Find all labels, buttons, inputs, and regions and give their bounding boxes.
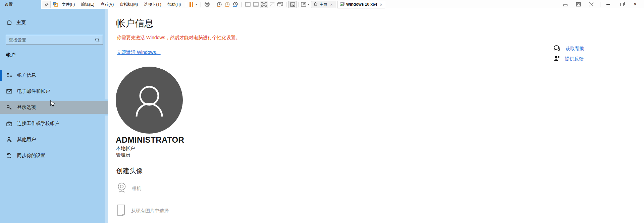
settings-sidebar: 主页 帐户 帐户信息 电子邮件和帐户 登录选项 — [0, 9, 108, 223]
search-settings-box — [6, 35, 103, 45]
chevron-down-icon[interactable] — [195, 4, 197, 5]
pause-icon — [190, 2, 191, 7]
toolbar-separator — [600, 2, 600, 7]
account-info-icon — [6, 73, 12, 78]
menu-view[interactable]: 查看(V) — [97, 0, 117, 9]
toolbar-separator — [241, 2, 242, 7]
snapshot-manager-icon[interactable] — [231, 1, 239, 8]
account-type: 本地帐户 — [116, 146, 135, 152]
sidebar-item-label: 帐户信息 — [17, 72, 36, 78]
signin-key-icon — [6, 105, 12, 110]
sidebar-item-account-info[interactable]: 帐户信息 — [0, 67, 108, 83]
pick-photo-option[interactable]: 从现有图片中选择 — [117, 204, 169, 217]
work-school-icon — [6, 121, 12, 126]
unity-mode-icon — [268, 1, 276, 8]
sidebar-item-sync-settings[interactable]: 同步你的设置 — [0, 148, 108, 164]
minimize-button[interactable] — [606, 4, 610, 5]
settings-window-caption: 设置 — [0, 0, 41, 9]
vmware-toolbar: 文件(F) 编辑(E) 查看(V) 虚拟机(M) 选项卡(T) 帮助(H) — [41, 0, 644, 9]
sidebar-home[interactable]: 主页 — [7, 20, 26, 26]
pin-toolbar-icon[interactable] — [43, 1, 51, 8]
menu-help[interactable]: 帮助(H) — [164, 0, 184, 9]
create-avatar-heading: 创建头像 — [116, 166, 143, 175]
fullscreen-icon[interactable] — [260, 1, 268, 8]
page-title: 帐户信息 — [116, 17, 154, 30]
vm-screen-icon — [340, 2, 344, 7]
account-role: 管理员 — [116, 152, 130, 158]
sidebar-item-other-users[interactable]: 其他用户 — [0, 132, 108, 148]
library-panel-icon[interactable] — [244, 1, 252, 8]
pause-vm-button[interactable] — [188, 2, 199, 7]
sidebar-item-work-school[interactable]: 连接工作或学校帐户 — [0, 116, 108, 132]
restore-button[interactable] — [620, 3, 624, 6]
mouse-cursor — [50, 100, 55, 108]
sidebar-item-label: 登录选项 — [17, 104, 36, 110]
minimize-button[interactable] — [562, 1, 570, 8]
close-button[interactable]: × — [634, 2, 637, 7]
help-panel: 获取帮助 提供反馈 — [554, 45, 584, 62]
camera-option[interactable]: 相机 — [117, 182, 141, 194]
guest-window-buttons: × — [606, 2, 637, 7]
get-help-label: 获取帮助 — [566, 46, 584, 52]
user-name: ADMINISTRATOR — [116, 135, 184, 145]
get-help-link[interactable]: 获取帮助 — [554, 45, 584, 52]
tab-windows-10-x64[interactable]: Windows 10 x64 × — [337, 1, 385, 8]
sidebar-item-label: 同步你的设置 — [17, 153, 45, 159]
account-info-page: 帐户信息 你需要先激活 Windows，然后才能对电脑进行个性化设置。 立即激活… — [108, 9, 644, 223]
console-icon[interactable] — [288, 1, 297, 8]
sidebar-nav: 帐户信息 电子邮件和帐户 登录选项 连接工作或学校帐户 其他用户 — [0, 67, 108, 164]
toolbar-separator — [201, 2, 201, 7]
activation-warning: 你需要先激活 Windows，然后才能对电脑进行个性化设置。 — [117, 35, 240, 41]
multi-monitor-icon[interactable] — [276, 1, 284, 8]
sidebar-item-email-accounts[interactable]: 电子邮件和帐户 — [0, 83, 108, 99]
restore-button[interactable] — [575, 1, 583, 8]
feedback-link[interactable]: 提供反馈 — [554, 55, 584, 62]
top-bar: 设置 文件(F) 编辑(E) 查看(V) 虚拟机(M) 选项卡(T) 帮助(H) — [0, 0, 644, 9]
snapshot-take-icon[interactable] — [215, 1, 223, 8]
menu-tabs[interactable]: 选项卡(T) — [141, 0, 164, 9]
menu-file[interactable]: 文件(F) — [59, 0, 78, 9]
thumbnail-bar-icon[interactable] — [252, 1, 260, 8]
sidebar-home-label: 主页 — [16, 20, 26, 26]
print-icon[interactable] — [203, 1, 211, 8]
activate-windows-link[interactable]: 立即激活 Windows。 — [117, 50, 161, 56]
close-button[interactable] — [587, 1, 595, 8]
webcam-icon — [117, 182, 126, 194]
photo-file-icon — [117, 204, 125, 217]
tab-label: Windows 10 x64 — [346, 2, 377, 7]
close-tab-icon[interactable]: × — [330, 2, 333, 7]
toolbar-separator — [186, 2, 186, 7]
feedback-label: 提供反馈 — [565, 56, 584, 62]
sidebar-item-label: 电子邮件和帐户 — [17, 88, 50, 94]
chevron-down-icon[interactable] — [307, 4, 309, 5]
tab-label: 主页 — [319, 2, 327, 7]
camera-label: 相机 — [132, 185, 141, 192]
close-tab-icon[interactable]: × — [380, 2, 383, 7]
home-icon — [314, 2, 318, 7]
menu-vm[interactable]: 虚拟机(M) — [117, 0, 141, 9]
pick-photo-label: 从现有图片中选择 — [131, 208, 169, 214]
feedback-person-icon — [554, 55, 560, 62]
chat-help-icon — [554, 45, 561, 52]
home-icon — [7, 20, 12, 26]
toolbar-separator — [299, 2, 299, 7]
tab-home[interactable]: 主页 × — [311, 1, 335, 8]
user-avatar — [116, 67, 183, 134]
vmware-logo-icon — [52, 1, 59, 8]
snapshot-revert-icon[interactable] — [223, 1, 231, 8]
sidebar-item-label: 其他用户 — [17, 137, 36, 143]
sidebar-section-header: 帐户 — [6, 52, 15, 58]
toolbar-separator — [286, 2, 286, 7]
search-input[interactable] — [6, 38, 95, 43]
search-icon[interactable] — [95, 38, 103, 43]
fit-guest-icon[interactable] — [301, 1, 309, 8]
menu-edit[interactable]: 编辑(E) — [78, 0, 97, 9]
toolbar-separator — [213, 2, 213, 7]
other-users-icon — [6, 137, 12, 142]
vmware-window-buttons — [562, 1, 595, 8]
sync-icon — [6, 153, 12, 158]
sidebar-item-label: 连接工作或学校帐户 — [17, 121, 59, 127]
pause-icon — [192, 2, 193, 7]
email-icon — [6, 89, 12, 94]
